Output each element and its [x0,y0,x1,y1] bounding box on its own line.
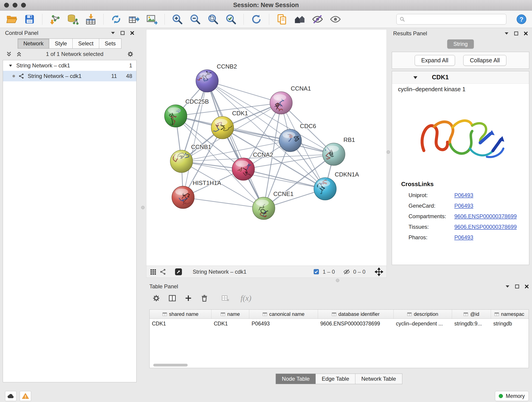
open-session-button[interactable] [5,13,18,26]
help-button[interactable]: ? [516,14,527,25]
splitter-knob[interactable] [141,206,145,209]
tree-expand-icon[interactable] [8,64,13,67]
horizontal-scrollbar[interactable] [153,364,188,366]
network-node[interactable]: CDK1 [211,110,248,139]
clear-table-icon[interactable] [221,294,230,302]
add-column-icon[interactable] [184,294,192,302]
zoom-out-button[interactable] [189,13,202,26]
refresh-button[interactable] [250,13,263,26]
cell-name[interactable]: CDK1 [211,321,249,327]
delete-column-trash-icon[interactable] [200,294,209,302]
cloud-status-button[interactable] [5,391,17,401]
window-minimize-button[interactable] [13,3,17,7]
expand-all-icon[interactable] [16,51,22,57]
cell-description[interactable]: cyclin–dependent ... [394,321,452,327]
window-zoom-button[interactable] [21,3,26,7]
network-node[interactable]: CDC6 [279,123,316,152]
crosslink-link[interactable]: P06493 [454,203,473,209]
search-input[interactable] [408,16,503,22]
results-tab-string[interactable]: String [447,39,474,49]
network-node[interactable]: RB1 [323,136,355,166]
home-button[interactable] [293,13,306,26]
network-canvas[interactable]: CCNB2CCNA1CDC25BCDK1CDC6RB1CCNB1CCNA2CDK… [146,30,386,266]
hidden-eye-slash-icon[interactable] [343,268,350,275]
cell-shared-name[interactable]: CDK1 [150,321,211,327]
tab-node-table[interactable]: Node Table [276,374,316,384]
memory-button[interactable]: Memory [495,391,529,401]
column-header[interactable]: canonical name [249,310,318,319]
network-node[interactable]: CCNA2 [232,151,273,180]
column-header[interactable]: namespac [491,310,528,319]
window-close-button[interactable] [4,3,9,7]
save-session-button[interactable] [23,13,36,26]
network-edge[interactable] [183,197,264,208]
collapse-all-button[interactable]: Collapse All [463,55,507,66]
grid-view-icon[interactable] [150,268,157,275]
column-header[interactable]: @id [452,310,491,319]
crosslink-link[interactable]: P06493 [454,192,473,198]
tab-select[interactable]: Select [72,38,99,49]
tab-style[interactable]: Style [49,38,73,49]
network-edge[interactable] [207,81,281,103]
network-node[interactable]: HIST1H1A [172,179,221,209]
column-header[interactable]: name [211,310,249,319]
crosslink-link[interactable]: 9606.ENSP00000378699 [454,224,517,230]
splitter-knob[interactable] [336,279,339,282]
close-panel-icon[interactable] [523,31,528,36]
tab-network-table[interactable]: Network Table [355,374,402,384]
network-edge[interactable] [207,81,264,208]
table-row[interactable]: CDK1 CDK1 P06493 9606.ENSP00000378699 cy… [150,319,529,328]
float-panel-icon[interactable] [505,284,510,289]
tab-network[interactable]: Network [18,38,49,49]
export-network-button[interactable] [109,13,123,26]
network-node[interactable]: CCNA1 [270,85,311,114]
import-network-file-button[interactable] [48,13,62,26]
import-table-button[interactable] [84,13,97,26]
collapse-section-icon[interactable] [413,75,418,80]
maximize-panel-icon[interactable] [514,31,519,36]
network-node[interactable]: CDKN1A [314,171,359,200]
warnings-button[interactable] [20,391,31,401]
show-graphics-button[interactable] [329,13,342,26]
zoom-in-button[interactable] [171,13,184,26]
maximize-panel-icon[interactable] [515,284,520,289]
crosslink-link[interactable]: P06493 [454,234,473,241]
import-network-database-button[interactable] [66,13,80,26]
float-panel-icon[interactable] [110,31,115,36]
selected-checkbox-icon[interactable] [313,269,319,275]
splitter-knob[interactable] [386,150,390,154]
cell-namespace[interactable]: stringdb [491,321,528,327]
crosslink-link[interactable]: 9606.ENSP00000378699 [454,213,517,220]
zoom-fit-button[interactable] [206,13,220,26]
copy-document-button[interactable] [275,13,288,26]
network-collection-row[interactable]: String Network – cdk1 1 [3,60,136,71]
close-panel-icon[interactable] [524,284,529,289]
show-columns-icon[interactable] [168,294,177,302]
cell-canonical-name[interactable]: P06493 [249,321,318,327]
collapse-all-icon[interactable] [6,51,12,57]
export-image-button[interactable] [145,13,158,26]
gene-card-header[interactable]: CDK1 [392,71,529,84]
birdseye-view-icon[interactable] [174,268,183,276]
column-header[interactable]: database identifier [318,310,394,319]
network-share-icon[interactable] [160,268,167,275]
expand-all-button[interactable]: Expand All [415,55,455,66]
table-settings-gear-icon[interactable] [152,294,160,302]
network-row-selected[interactable]: String Network – cdk1 11 48 [3,71,136,81]
close-panel-icon[interactable] [130,31,135,36]
column-header[interactable]: description [394,310,452,319]
float-panel-icon[interactable] [504,31,509,36]
cell-database-identifier[interactable]: 9606.ENSP00000378699 [318,321,394,327]
zoom-selected-button[interactable] [224,13,238,26]
function-builder-icon[interactable]: f(x) [241,294,251,303]
gear-icon[interactable] [127,51,134,57]
tab-sets[interactable]: Sets [99,38,121,49]
network-node[interactable]: CCNE1 [253,191,293,220]
tab-edge-table[interactable]: Edge Table [316,374,355,384]
hide-graphics-button[interactable] [311,13,324,26]
export-table-button[interactable] [127,13,141,26]
cell-id[interactable]: stringdb:9... [452,321,491,327]
pan-move-icon[interactable] [375,268,383,276]
column-header[interactable]: shared name [150,310,211,319]
maximize-panel-icon[interactable] [120,31,125,36]
